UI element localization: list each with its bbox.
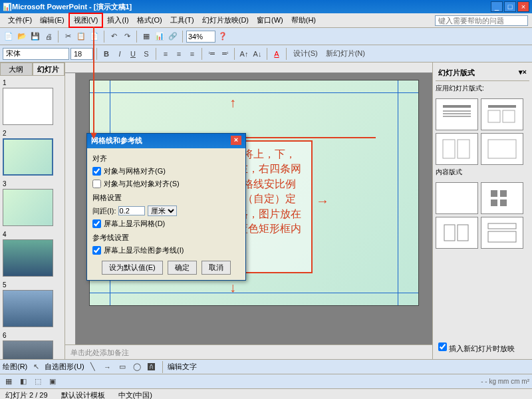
table-icon[interactable]: ▦ <box>140 31 152 43</box>
autoshape-menu[interactable]: 自选图形(U) <box>45 362 84 372</box>
dialog-titlebar[interactable]: 网格线和参考线 × <box>87 134 245 148</box>
close-button[interactable]: × <box>517 1 529 12</box>
annot-arrowhead-icon: ▼ <box>88 130 99 142</box>
paste-icon[interactable]: 📄 <box>88 31 100 43</box>
svg-rect-3 <box>443 116 471 117</box>
misc-icon-3[interactable]: ⬚ <box>32 376 44 388</box>
layout-blank[interactable] <box>436 182 478 214</box>
misc-icon-4[interactable]: ▣ <box>47 376 59 388</box>
redo-icon[interactable]: ↷ <box>121 31 133 43</box>
menu-help[interactable]: 帮助(H) <box>287 14 320 27</box>
taskpane-close-icon[interactable]: × <box>523 68 527 78</box>
help-search-input[interactable] <box>435 15 528 26</box>
thumb-6[interactable]: 6 <box>3 331 62 359</box>
tab-slides[interactable]: 幻灯片 <box>33 63 65 76</box>
rect-icon[interactable]: ▭ <box>116 361 128 373</box>
cb-snap-grid[interactable]: 对象与网格对齐(G) <box>92 166 240 176</box>
cut-icon[interactable]: ✂ <box>62 31 74 43</box>
zoom-input[interactable] <box>186 31 215 43</box>
guide-right[interactable] <box>398 80 398 305</box>
design-button[interactable]: 设计(S) <box>290 48 321 60</box>
guide-bottom[interactable] <box>90 293 418 293</box>
newslide-button[interactable]: 新幻灯片(N) <box>323 48 368 60</box>
italic-icon[interactable]: I <box>114 48 126 60</box>
help-icon[interactable]: ❓ <box>217 31 229 43</box>
chart-icon[interactable]: 📊 <box>154 31 166 43</box>
dialog-close-icon[interactable]: × <box>231 136 241 145</box>
cancel-button[interactable]: 取消 <box>201 261 231 275</box>
spacing-unit-select[interactable]: 厘米 <box>148 205 177 216</box>
align-left-icon[interactable]: ≡ <box>160 48 172 60</box>
content-layout-gallery <box>436 182 529 249</box>
menu-tools[interactable]: 工具(T) <box>166 14 198 27</box>
numbering-icon[interactable]: ≕ <box>219 48 231 60</box>
copy-icon[interactable]: 📋 <box>75 31 87 43</box>
select-icon[interactable]: ↖ <box>30 361 42 373</box>
misc-icon-2[interactable]: ◧ <box>17 376 29 388</box>
maximize-button[interactable]: □ <box>504 1 516 12</box>
layout-content-2[interactable] <box>436 217 478 249</box>
misc-icon-1[interactable]: ▦ <box>3 376 15 388</box>
svg-rect-8 <box>458 140 469 158</box>
save-icon[interactable]: 💾 <box>29 31 41 43</box>
minimize-button[interactable]: _ <box>491 1 503 12</box>
thumb-1[interactable]: 1 <box>3 78 62 125</box>
layout-text-2[interactable] <box>481 98 523 130</box>
insert-check[interactable]: 插入新幻灯片时放映 <box>436 340 529 356</box>
underline-icon[interactable]: U <box>127 48 139 60</box>
bullets-icon[interactable]: ≔ <box>205 48 217 60</box>
cb-show-grid[interactable]: 屏幕上显示网格(D) <box>92 219 240 229</box>
print-icon[interactable]: 🖨 <box>43 31 55 43</box>
svg-rect-7 <box>443 140 455 158</box>
thumb-4[interactable]: 4 <box>3 230 62 277</box>
tab-outline[interactable]: 大纲 <box>0 63 33 76</box>
layout-text-3[interactable] <box>436 133 478 165</box>
arrow-icon[interactable]: → <box>102 361 114 373</box>
decrease-font-icon[interactable]: A↓ <box>251 48 263 60</box>
undo-icon[interactable]: ↶ <box>108 31 120 43</box>
menu-insert[interactable]: 插入(I) <box>103 14 132 27</box>
menu-edit[interactable]: 编辑(E) <box>36 14 68 27</box>
layout-gallery <box>436 98 529 165</box>
link-icon[interactable]: 🔗 <box>167 31 179 43</box>
extra-toolbar: ▦ ◧ ⬚ ▣ - - kg mm cm m² <box>0 374 532 388</box>
cb-show-guides[interactable]: 屏幕上显示绘图参考线(I) <box>92 245 240 255</box>
font-color-icon[interactable]: A <box>271 48 283 60</box>
align-center-icon[interactable]: ≡ <box>173 48 185 60</box>
thumb-2[interactable]: 2 <box>3 129 62 176</box>
status-template: 默认设计模板 <box>61 390 105 399</box>
font-select[interactable] <box>3 48 69 60</box>
menubar: 文件(F) 编辑(E) 视图(V) 插入(I) 格式(O) 工具(T) 幻灯片放… <box>0 13 532 28</box>
ok-button[interactable]: 确定 <box>168 261 197 275</box>
guide-top[interactable] <box>90 92 418 93</box>
default-button[interactable]: 设为默认值(E) <box>102 261 163 275</box>
edit-text-label[interactable]: 编辑文字 <box>168 362 197 372</box>
open-icon[interactable]: 📂 <box>16 31 28 43</box>
cb-snap-objects[interactable]: 对象与其他对象对齐(S) <box>92 179 240 189</box>
fontsize-select[interactable] <box>70 48 93 60</box>
new-icon[interactable]: 📄 <box>3 31 15 43</box>
menu-file[interactable]: 文件(F) <box>4 14 36 27</box>
textbox-icon[interactable]: 🅰 <box>146 361 158 373</box>
increase-font-icon[interactable]: A↑ <box>238 48 250 60</box>
shadow-icon[interactable]: S <box>140 48 152 60</box>
layout-content-3[interactable] <box>481 217 523 249</box>
oval-icon[interactable]: ◯ <box>131 361 143 373</box>
draw-menu[interactable]: 绘图(R) <box>3 362 27 372</box>
menu-slideshow[interactable]: 幻灯片放映(D) <box>198 14 253 27</box>
bold-icon[interactable]: B <box>100 48 112 60</box>
layout-text-4[interactable] <box>481 133 523 165</box>
menu-view[interactable]: 视图(V) <box>68 13 104 28</box>
line-icon[interactable]: ╲ <box>87 361 99 373</box>
layout-text-1[interactable] <box>436 98 478 130</box>
slide-thumbnails[interactable]: 1 2 3 4 5 6 7 <box>0 76 65 359</box>
notes-pane[interactable]: 单击此处添加备注 <box>65 344 432 359</box>
thumb-5[interactable]: 5 <box>3 281 62 327</box>
menu-window[interactable]: 窗口(W) <box>253 14 287 27</box>
thumb-3[interactable]: 3 <box>3 180 62 226</box>
align-right-icon[interactable]: ≡ <box>186 48 198 60</box>
menu-format[interactable]: 格式(O) <box>133 14 166 27</box>
spacing-input[interactable] <box>118 206 145 215</box>
layout-content-1[interactable] <box>481 182 523 214</box>
drawing-toolbar: 绘图(R) ↖ 自选图形(U) ╲ → ▭ ◯ 🅰 编辑文字 <box>0 359 532 374</box>
